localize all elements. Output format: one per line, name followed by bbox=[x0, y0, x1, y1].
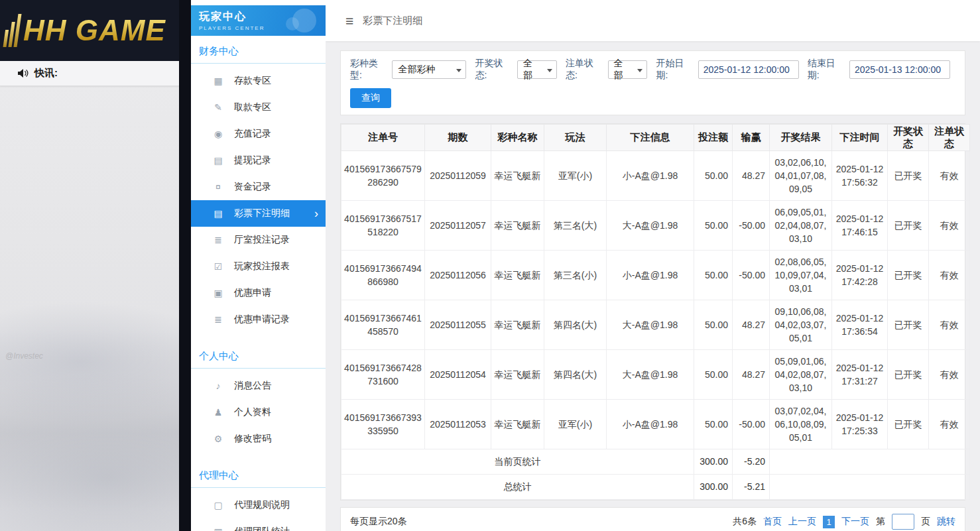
sidebar-item-message-announce[interactable]: ♪消息公告 bbox=[191, 373, 326, 399]
col-header-period: 期数 bbox=[425, 125, 491, 151]
player-bet-report-icon: ☑ bbox=[213, 261, 223, 272]
cell-bet-info: 小-A盘@1.98 bbox=[607, 151, 694, 201]
col-header-play-method: 玩法 bbox=[544, 125, 607, 151]
table-header-row: 注单号期数彩种名称玩法下注信息投注额输赢开奖结果下注时间开奖状态注单状态 bbox=[341, 125, 970, 151]
first-page-link[interactable]: 首页 bbox=[763, 516, 782, 528]
brand-logo[interactable]: HH GAME bbox=[5, 14, 166, 47]
query-button[interactable]: 查询 bbox=[350, 88, 391, 108]
sidebar: 玩家中心 PLAYERS CENTER 财务中心▦存款专区✎取款专区◉充值记录▤… bbox=[191, 0, 326, 531]
bet-table: 注单号期数彩种名称玩法下注信息投注额输赢开奖结果下注时间开奖状态注单状态 401… bbox=[341, 124, 970, 500]
start-date-filter: 开始日期: bbox=[656, 58, 798, 82]
cell-bet-id: 401569173667494866980 bbox=[341, 251, 425, 300]
cell-bet-amount: 50.00 bbox=[694, 300, 733, 350]
start-date-label: 开始日期: bbox=[656, 58, 695, 82]
jump-button[interactable]: 跳转 bbox=[937, 516, 955, 528]
cell-draw-result: 03,07,02,04,06,10,08,09,05,01 bbox=[770, 400, 832, 449]
section-title: 代理中心 bbox=[191, 460, 326, 488]
bet-table-card: 注单号期数彩种名称玩法下注信息投注额输赢开奖结果下注时间开奖状态注单状态 401… bbox=[340, 123, 965, 501]
sidebar-item-label: 厅室投注记录 bbox=[234, 234, 290, 246]
cell-lottery-name: 幸运飞艇新 bbox=[491, 251, 544, 300]
draw-status-label: 开奖状态: bbox=[475, 58, 515, 82]
sidebar-item-profile[interactable]: ♟个人资料 bbox=[191, 399, 326, 426]
bet-status-select[interactable]: 全部 bbox=[608, 60, 648, 79]
jump-page-input[interactable] bbox=[892, 514, 914, 530]
summary-empty bbox=[770, 475, 970, 500]
end-date-filter: 结束日期: bbox=[808, 58, 950, 82]
sidebar-item-label: 资金记录 bbox=[234, 181, 271, 193]
cell-bet-info: 小-A盘@1.98 bbox=[607, 251, 694, 300]
cell-bet-id: 401569173667428731600 bbox=[341, 350, 425, 400]
sidebar-item-deposit[interactable]: ▦存款专区 bbox=[191, 68, 326, 94]
main: ≡ 彩票下注明细 彩种类型: 全部彩种 开奖状态: 全 bbox=[326, 0, 980, 531]
end-date-input[interactable] bbox=[849, 60, 950, 79]
cell-play-method: 亚军(小) bbox=[544, 400, 607, 449]
cell-bet-id: 401569173667517518220 bbox=[341, 201, 425, 251]
col-header-draw-result: 开奖结果 bbox=[770, 125, 832, 151]
col-header-win-loss: 输赢 bbox=[733, 125, 770, 151]
summary-row: 总统计300.00-5.21 bbox=[341, 475, 970, 500]
cell-bet-amount: 50.00 bbox=[694, 400, 733, 449]
next-page-link[interactable]: 下一页 bbox=[841, 516, 869, 528]
cell-bet-time: 2025-01-12 17:36:54 bbox=[832, 300, 888, 350]
sidebar-item-label: 代理规则说明 bbox=[234, 499, 290, 511]
topbar: ≡ 彩票下注明细 bbox=[326, 0, 980, 41]
cell-play-method: 亚军(小) bbox=[544, 151, 607, 201]
cell-lottery-name: 幸运飞艇新 bbox=[491, 151, 544, 201]
cell-draw-status: 已开奖 bbox=[888, 251, 929, 300]
withdrawal-record-icon: ▤ bbox=[213, 155, 223, 166]
lottery-bet-detail-icon: ▤ bbox=[213, 208, 223, 219]
sidebar-item-label: 取款专区 bbox=[234, 101, 271, 113]
cell-draw-status: 已开奖 bbox=[888, 151, 929, 201]
cell-bet-status: 有效 bbox=[929, 251, 970, 300]
pager: 共6条 首页 上一页 1 下一页 第 页 跳转 bbox=[733, 514, 955, 530]
cell-bet-id: 401569173667461458570 bbox=[341, 300, 425, 350]
hamburger-icon[interactable]: ≡ bbox=[345, 14, 353, 28]
cell-bet-time: 2025-01-12 17:25:33 bbox=[832, 400, 888, 449]
cell-win-loss: -50.00 bbox=[733, 201, 770, 251]
sidebar-nav: 财务中心▦存款专区✎取款专区◉充值记录▤提现记录¤资金记录▤彩票下注明细›≣厅室… bbox=[191, 36, 326, 531]
chevron-down-icon bbox=[456, 69, 461, 75]
news-ticker: 快讯: bbox=[0, 61, 179, 86]
sidebar-item-lottery-bet-detail[interactable]: ▤彩票下注明细› bbox=[191, 200, 326, 227]
sidebar-item-agent-team-stats[interactable]: ▥代理团队统计 bbox=[191, 518, 326, 531]
cell-win-loss: 48.27 bbox=[733, 350, 770, 400]
lottery-type-label: 彩种类型: bbox=[350, 58, 389, 82]
withdraw-icon: ✎ bbox=[213, 102, 223, 113]
table-row: 40156917366757928629020250112059幸运飞艇新亚军(… bbox=[341, 151, 970, 201]
news-label: 快讯: bbox=[34, 67, 58, 80]
col-header-bet-info: 下注信息 bbox=[607, 125, 694, 151]
lottery-type-filter: 彩种类型: 全部彩种 bbox=[350, 58, 466, 82]
cell-bet-status: 有效 bbox=[929, 300, 970, 350]
sidebar-item-recharge-record[interactable]: ◉充值记录 bbox=[191, 121, 326, 147]
photo-watermark: @Investec bbox=[5, 351, 43, 361]
start-date-input[interactable] bbox=[698, 60, 799, 79]
table-row: 40156917366746145857020250112055幸运飞艇新第四名… bbox=[341, 300, 970, 350]
current-page[interactable]: 1 bbox=[823, 516, 835, 528]
sidebar-item-withdrawal-record[interactable]: ▤提现记录 bbox=[191, 147, 326, 174]
sidebar-item-promo-apply-record[interactable]: ≣优惠申请记录 bbox=[191, 306, 326, 333]
filter-row: 彩种类型: 全部彩种 开奖状态: 全部 注单 bbox=[350, 58, 955, 82]
cell-play-method: 第三名(小) bbox=[544, 251, 607, 300]
sidebar-item-hall-bet-record[interactable]: ≣厅室投注记录 bbox=[191, 227, 326, 253]
draw-status-select[interactable]: 全部 bbox=[517, 60, 557, 79]
sidebar-item-withdraw[interactable]: ✎取款专区 bbox=[191, 94, 326, 121]
lottery-type-select[interactable]: 全部彩种 bbox=[392, 60, 466, 79]
panel-divider bbox=[179, 0, 191, 531]
cell-draw-result: 06,09,05,01,02,04,08,07,03,10 bbox=[770, 201, 832, 251]
section-title: 个人中心 bbox=[191, 341, 326, 369]
sidebar-subtitle: PLAYERS CENTER bbox=[199, 25, 326, 31]
draw-status-value: 全部 bbox=[523, 58, 542, 82]
sidebar-item-agent-rules[interactable]: ▢代理规则说明 bbox=[191, 492, 326, 518]
sidebar-item-promo-apply[interactable]: ▣优惠申请 bbox=[191, 280, 326, 306]
recharge-record-icon: ◉ bbox=[213, 129, 223, 139]
cell-period: 20250112054 bbox=[425, 350, 491, 400]
deposit-icon: ▦ bbox=[213, 76, 223, 86]
sidebar-item-funds-record[interactable]: ¤资金记录 bbox=[191, 174, 326, 200]
sidebar-item-label: 提现记录 bbox=[234, 154, 271, 166]
cell-period: 20250112053 bbox=[425, 400, 491, 449]
sidebar-item-change-password[interactable]: ⚙修改密码 bbox=[191, 426, 326, 452]
prev-page-link[interactable]: 上一页 bbox=[788, 516, 816, 528]
cell-bet-id: 401569173667393335950 bbox=[341, 400, 425, 449]
sidebar-item-player-bet-report[interactable]: ☑玩家投注报表 bbox=[191, 253, 326, 280]
cell-bet-info: 大-A盘@1.98 bbox=[607, 201, 694, 251]
